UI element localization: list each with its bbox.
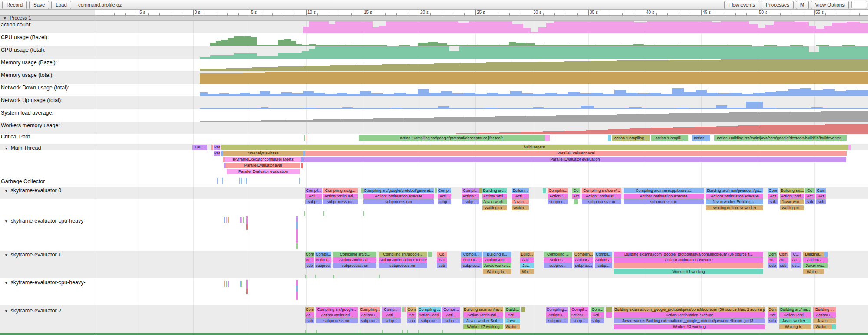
trace-event-bar[interactable]: ActionC...: [548, 194, 568, 199]
process-header[interactable]: ▼Process 1: [0, 15, 868, 21]
trace-event-bar[interactable]: [574, 199, 578, 204]
trace-event-bar[interactable]: Javac worker Building external/com_googl…: [614, 318, 765, 323]
trace-event-bar[interactable]: Waiting to...: [483, 269, 511, 274]
trace-event-bar[interactable]: subprocess.run: [379, 263, 427, 268]
trace-event-bar[interactable]: [614, 263, 763, 268]
trace-event-bar[interactable]: subprocess.run: [316, 318, 358, 323]
expander-icon[interactable]: ▼: [4, 252, 8, 258]
flow-events-button[interactable]: Flow events: [724, 1, 759, 9]
trace-event-bar[interactable]: Compiling...: [360, 307, 380, 312]
trace-event-bar[interactable]: ActionC...: [360, 312, 380, 318]
track-label-skyframe-evaluator-1[interactable]: ▼skyframe-evaluator 1: [0, 252, 61, 257]
trace-event-bar[interactable]: action...: [692, 135, 710, 141]
expander-icon[interactable]: ▼: [4, 308, 8, 314]
trace-event-bar[interactable]: Building src/main/jav...: [463, 307, 503, 312]
trace-event-bar[interactable]: [543, 188, 546, 193]
trace-event-bar[interactable]: [435, 188, 437, 193]
trace-event-bar[interactable]: subproc...: [546, 318, 568, 323]
trace-event-bar[interactable]: Waiting to...: [780, 205, 804, 210]
trace-event-bar[interactable]: skyframeExecutor.configureTargets: [225, 157, 301, 162]
trace-event-bar[interactable]: sub: [407, 318, 416, 323]
trace-event-bar[interactable]: Building src/ma...: [779, 307, 811, 312]
trace-event-bar[interactable]: Building external/com_google_protobuf/ja…: [614, 307, 765, 312]
trace-event-bar[interactable]: Building src...: [482, 188, 507, 193]
trace-event-tick[interactable]: [296, 229, 298, 243]
trace-event-bar[interactable]: Compi...: [382, 307, 401, 312]
trace-event-tick[interactable]: [299, 178, 300, 184]
trace-event-bar[interactable]: Comp...: [438, 188, 451, 193]
trace-event-bar[interactable]: Par: [214, 145, 220, 150]
trace-event-bar[interactable]: Javac wor...: [780, 199, 804, 204]
load-button[interactable]: Load: [51, 1, 71, 9]
trace-event-bar[interactable]: Compiling src/core/...: [582, 188, 621, 193]
trace-event-bar[interactable]: ActionC...: [544, 257, 572, 263]
trace-event-bar[interactable]: Waiting to...: [779, 324, 811, 329]
trace-event-bar[interactable]: ActionConti...: [418, 312, 441, 318]
track-label-main-thread[interactable]: ▼Main Thread: [0, 145, 41, 151]
trace-event-bar[interactable]: sub: [779, 263, 788, 268]
trace-event-bar[interactable]: Com: [768, 252, 777, 257]
trace-event-tick[interactable]: [226, 217, 227, 223]
trace-event-bar[interactable]: Waitin...: [512, 205, 529, 210]
trace-event-bar[interactable]: Worker #1 working: [614, 269, 763, 274]
trace-event-bar[interactable]: sub: [768, 318, 777, 323]
trace-event-bar[interactable]: Building external/com_google_protobuf/ja…: [614, 252, 763, 257]
save-button[interactable]: Save: [29, 1, 49, 9]
expander-icon[interactable]: ▼: [3, 16, 7, 21]
trace-event-bar[interactable]: ActionConti...: [482, 194, 507, 199]
trace-event-bar[interactable]: Ac...: [305, 257, 314, 263]
expander-icon[interactable]: ▼: [4, 145, 8, 151]
trace-event-bar[interactable]: [479, 188, 482, 193]
trace-event-bar[interactable]: Building ...: [813, 307, 836, 312]
trace-event-bar[interactable]: [301, 163, 303, 168]
trace-event-bar[interactable]: subp...: [382, 318, 401, 323]
trace-event-tick[interactable]: [379, 275, 380, 278]
trace-event-tick[interactable]: [217, 178, 218, 184]
trace-event-bar[interactable]: Compil...: [462, 188, 479, 193]
trace-event-tick[interactable]: [307, 135, 307, 141]
processes-button[interactable]: Processes: [762, 1, 794, 9]
trace-event-bar[interactable]: subproc...: [544, 263, 572, 268]
trace-event-bar[interactable]: subproc...: [461, 263, 482, 268]
trace-event-tick[interactable]: [296, 216, 298, 222]
trace-event-bar[interactable]: Javac...: [512, 199, 529, 204]
trace-event-bar[interactable]: Javac wo...: [803, 263, 828, 268]
trace-event-bar[interactable]: Co: [437, 252, 447, 257]
trace-event-bar[interactable]: Par: [214, 151, 220, 156]
trace-event-bar[interactable]: [606, 307, 612, 312]
trace-event-bar[interactable]: ActionC...: [461, 257, 482, 263]
trace-event-bar[interactable]: Act: [816, 194, 826, 199]
trace-event-bar[interactable]: sub: [437, 263, 447, 268]
trace-event-bar[interactable]: Build...: [520, 252, 534, 257]
trace-event-bar[interactable]: action 'Building src/main/java/com/googl…: [714, 135, 847, 141]
trace-event-tick[interactable]: [296, 222, 298, 229]
trace-event-bar[interactable]: Com: [407, 307, 416, 312]
track-label-skyframe-evaluator-cpu-heavy[interactable]: ▼skyframe-evaluator-cpu-heavy-: [0, 218, 86, 223]
trace-event-bar[interactable]: Acti...: [438, 194, 451, 199]
trace-event-bar[interactable]: Compiling...: [546, 307, 568, 312]
trace-event-bar[interactable]: ActionContinuation.execute: [614, 257, 763, 263]
trace-event-bar[interactable]: Com: [305, 307, 314, 312]
trace-event-bar[interactable]: ActionContinuati...: [323, 194, 358, 199]
trace-event-tick[interactable]: [246, 178, 247, 184]
trace-event-bar[interactable]: [824, 252, 828, 257]
trace-event-bar[interactable]: Building src...: [780, 188, 804, 193]
trace-event-bar[interactable]: Act: [437, 257, 447, 263]
trace-event-tick[interactable]: [228, 281, 229, 287]
trace-event-bar[interactable]: Compiling ...: [544, 252, 572, 257]
trace-event-bar[interactable]: Acti...: [305, 194, 322, 199]
trace-event-bar[interactable]: [404, 307, 406, 312]
trace-event-bar[interactable]: [848, 145, 851, 150]
trace-event-bar[interactable]: Worker #3 working: [614, 324, 765, 329]
trace-event-bar[interactable]: Buildin...: [512, 188, 529, 193]
toolbar-input[interactable]: [851, 1, 867, 8]
trace-event-bar[interactable]: ActionContinuati...: [316, 312, 358, 318]
trace-event-tick[interactable]: [246, 289, 248, 294]
trace-event-bar[interactable]: Co: [805, 188, 815, 193]
trace-event-bar[interactable]: Worker #7 working: [463, 324, 503, 329]
trace-event-bar[interactable]: Act: [572, 194, 580, 199]
trace-event-bar[interactable]: subprocess.run: [363, 199, 434, 204]
trace-event-bar[interactable]: Compiling src/main/cpp/blaze.cc: [624, 188, 704, 193]
trace-event-bar[interactable]: Act: [407, 312, 416, 318]
expander-icon[interactable]: ▼: [4, 218, 8, 224]
